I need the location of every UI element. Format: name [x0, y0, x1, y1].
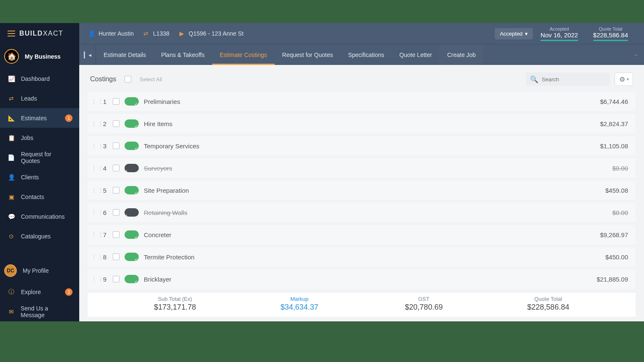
costing-row[interactable]: ⋮⋮ 9 Bricklayer $21,885.09 — [88, 269, 636, 289]
row-checkbox[interactable] — [113, 120, 119, 127]
expand-tabs-icon[interactable]: → — [627, 44, 644, 65]
breadcrumb-owner[interactable]: 👤 Hunter Austin — [88, 30, 134, 37]
footer-label: GST — [362, 296, 486, 302]
row-checkbox[interactable] — [113, 276, 119, 282]
settings-button[interactable]: ⚙ ▾ — [615, 72, 633, 86]
row-checkbox[interactable] — [113, 165, 119, 171]
tab-quote-letter[interactable]: Quote Letter — [392, 44, 440, 65]
row-name: Termite Protection — [144, 253, 195, 261]
row-checkbox[interactable] — [113, 231, 119, 238]
nav-label: Send Us a Message — [21, 305, 72, 318]
footer-value: $34,634.37 — [237, 303, 362, 312]
row-checkbox[interactable] — [113, 209, 119, 216]
row-price: $9,268.97 — [600, 231, 628, 238]
footer-markup[interactable]: Markup$34,634.37 — [237, 296, 362, 312]
footer-quote-total: Quote Total$228,586.84 — [486, 296, 610, 312]
totals-footer: Sub Total (Ex)$173,171.78Markup$34,634.3… — [88, 292, 636, 317]
tab-estimate-details[interactable]: Estimate Details — [96, 44, 153, 65]
sidebar-item-estimates[interactable]: 📐Estimates1 — [0, 108, 79, 128]
status-label: Accepted — [500, 31, 522, 37]
sidebar-item-communications[interactable]: 💬Communications — [0, 207, 79, 226]
tab-request-for-quotes[interactable]: Request for Quotes — [275, 44, 340, 65]
sidebar-item-catalogues[interactable]: ⊙Catalogues — [0, 226, 79, 246]
leads-icon: ⇄ — [8, 95, 15, 102]
jobs-icon: 📋 — [8, 134, 15, 142]
tab-create-job[interactable]: Create Job — [439, 44, 483, 65]
search-input[interactable] — [542, 76, 612, 83]
row-name: Preliminaries — [144, 98, 180, 105]
msg-icon: ✉ — [8, 308, 15, 315]
tab-plans-takeoffs[interactable]: Plans & Takeoffs — [153, 44, 212, 65]
row-price: $6,744.46 — [600, 98, 628, 105]
tab-specifications[interactable]: Specifications — [340, 44, 392, 65]
row-name: Concreter — [144, 231, 171, 238]
status-dropdown[interactable]: Accepted ▾ — [495, 28, 533, 39]
row-number: 7 — [102, 231, 108, 238]
nav-label: Request for Quotes — [21, 151, 72, 164]
drag-handle-icon[interactable]: ⋮⋮ — [91, 165, 97, 171]
comm-icon: 💬 — [8, 213, 15, 220]
costing-row[interactable]: ⋮⋮ 3 Temporary Services $1,105.08 — [88, 136, 636, 155]
sidebar-item-leads[interactable]: ⇄Leads — [0, 88, 79, 108]
sidebar-item-dashboard[interactable]: 📈Dashboard — [0, 69, 79, 88]
sidebar-item-clients[interactable]: 👤Clients — [0, 167, 79, 187]
row-name: Temporary Services — [144, 142, 200, 150]
costing-row[interactable]: ⋮⋮ 6 Retaining Walls $0.00 — [88, 203, 636, 222]
drag-handle-icon[interactable]: ⋮⋮ — [91, 253, 97, 260]
kpi-label: Quote Total — [593, 26, 628, 31]
drag-handle-icon[interactable]: ⋮⋮ — [91, 98, 97, 105]
drag-handle-icon[interactable]: ⋮⋮ — [91, 276, 97, 282]
menu-toggle-icon[interactable] — [8, 31, 15, 36]
costing-row[interactable]: ⋮⋮ 1 Preliminaries $6,744.46 — [88, 92, 636, 111]
sidebar-item-contacts[interactable]: ▣Contacts — [0, 187, 79, 207]
drag-handle-icon[interactable]: ⋮⋮ — [91, 187, 97, 194]
sidebar-item-explore[interactable]: ⓘExplore2 — [0, 282, 79, 302]
costing-row[interactable]: ⋮⋮ 2 Hire Items $2,824.37 — [88, 114, 636, 133]
my-profile-item[interactable]: DC My Profile — [0, 259, 79, 282]
drag-handle-icon[interactable]: ⋮⋮ — [91, 120, 97, 127]
estimate-icon: 📐 — [8, 114, 15, 122]
my-business-item[interactable]: 🏠 My Business — [0, 44, 79, 69]
collapse-tabs-icon[interactable]: ▎◂ — [79, 44, 96, 65]
search-box[interactable]: 🔍 ✕ — [526, 72, 610, 86]
row-toggle[interactable] — [125, 97, 139, 106]
row-toggle[interactable] — [125, 164, 139, 172]
nav-label: Explore — [21, 289, 41, 295]
costing-row[interactable]: ⋮⋮ 8 Termite Protection $450.00 — [88, 247, 636, 266]
costing-row[interactable]: ⋮⋮ 7 Concreter $9,268.97 — [88, 225, 636, 244]
breadcrumb-lead[interactable]: ⇄ L1338 — [142, 30, 169, 37]
user-icon: 👤 — [88, 30, 95, 37]
bottom-nav: ⓘExplore2✉Send Us a Message — [0, 282, 79, 321]
row-checkbox[interactable] — [113, 142, 119, 149]
row-toggle[interactable] — [125, 230, 139, 239]
row-toggle[interactable] — [125, 208, 139, 217]
rfq-icon: 📄 — [8, 154, 15, 161]
my-business-label: My Business — [25, 53, 61, 60]
sidebar-item-send-us-a-message[interactable]: ✉Send Us a Message — [0, 302, 79, 321]
row-number: 9 — [102, 276, 108, 283]
tab-estimate-costings[interactable]: Estimate Costings — [212, 44, 275, 65]
app-window: BUILDXACT 🏠 My Business 📈Dashboard⇄Leads… — [0, 23, 644, 321]
row-toggle[interactable] — [125, 142, 139, 150]
row-toggle[interactable] — [125, 186, 139, 194]
row-checkbox[interactable] — [113, 98, 119, 105]
footer-gst: GST$20,780.69 — [362, 296, 486, 312]
catalogue-icon: ⊙ — [8, 233, 15, 240]
row-name: Bricklayer — [144, 276, 171, 283]
gear-icon: ⚙ — [619, 75, 625, 83]
select-all-checkbox[interactable] — [125, 76, 131, 83]
row-checkbox[interactable] — [113, 253, 119, 260]
row-toggle[interactable] — [125, 119, 139, 128]
drag-handle-icon[interactable]: ⋮⋮ — [91, 209, 97, 216]
drag-handle-icon[interactable]: ⋮⋮ — [91, 231, 97, 238]
breadcrumb-quote[interactable]: ▶ Q1596 - 123 Anne St — [178, 30, 244, 37]
row-toggle[interactable] — [125, 275, 139, 283]
sidebar-item-jobs[interactable]: 📋Jobs — [0, 128, 79, 147]
row-toggle[interactable] — [125, 253, 139, 261]
drag-handle-icon[interactable]: ⋮⋮ — [91, 142, 97, 149]
costing-row[interactable]: ⋮⋮ 5 Site Preparation $459.08 — [88, 181, 636, 200]
row-checkbox[interactable] — [113, 187, 119, 194]
costing-row[interactable]: ⋮⋮ 4 Surveyors $0.00 — [88, 158, 636, 178]
breadcrumb-lead-label: L1338 — [153, 30, 169, 37]
sidebar-item-request-for-quotes[interactable]: 📄Request for Quotes — [0, 147, 79, 167]
